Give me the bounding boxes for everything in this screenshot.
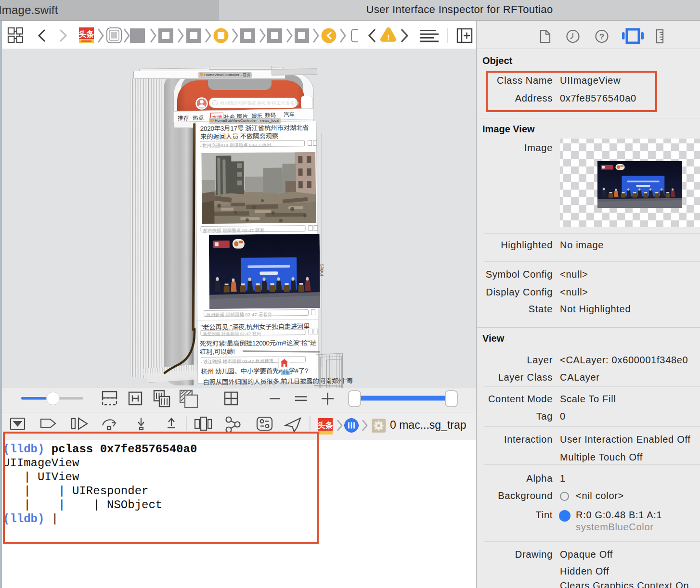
svg-text:0 mac...sg_trap: 0 mac...sg_trap — [390, 419, 467, 431]
svg-text:头条: 头条 — [78, 30, 94, 38]
svg-text:!: ! — [387, 34, 389, 42]
svg-text:头条: 头条 — [317, 421, 333, 430]
svg-text:?: ? — [599, 32, 604, 41]
